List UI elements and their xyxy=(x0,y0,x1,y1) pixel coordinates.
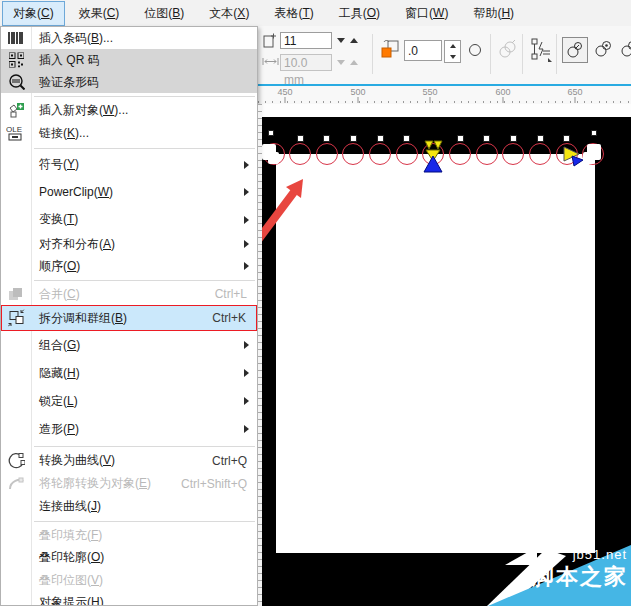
blend-steps-spin-icon[interactable] xyxy=(350,38,358,43)
toolbar-separator xyxy=(490,34,491,74)
blend-circle[interactable] xyxy=(289,143,311,165)
submenu-arrow-icon xyxy=(244,240,249,248)
menubar-item-bitmaps[interactable]: 位图(B) xyxy=(133,1,195,26)
menu-item-overprint-fill: 叠印填充(F) xyxy=(1,524,257,546)
blend-rotate-icon xyxy=(380,39,400,59)
menu-item-outline-to-object: 将轮廓转换为对象(E) Ctrl+Shift+Q xyxy=(1,472,257,495)
menu-separator xyxy=(34,280,255,281)
menu-item-join-curves[interactable]: 连接曲线(J) xyxy=(1,495,257,518)
selection-handle[interactable] xyxy=(457,135,464,142)
spin-up-icon[interactable] xyxy=(450,44,456,48)
selection-handle[interactable] xyxy=(350,135,357,142)
submenu-arrow-icon xyxy=(244,216,249,224)
menu-item-lock[interactable]: 锁定(L) xyxy=(1,387,257,415)
blend-angle-spinner[interactable] xyxy=(444,40,461,63)
ruler-label: 650 xyxy=(567,87,582,97)
blend-steps-input[interactable]: 11 xyxy=(280,32,332,49)
blend-circle[interactable] xyxy=(396,143,418,165)
straight-blend-button[interactable] xyxy=(562,37,588,63)
submenu-arrow-icon xyxy=(244,369,249,377)
submenu-arrow-icon xyxy=(244,161,249,169)
convert-curves-icon xyxy=(8,452,25,469)
combine-icon-disabled xyxy=(8,287,24,301)
document-page[interactable] xyxy=(276,154,595,553)
selection-handle[interactable] xyxy=(537,135,544,142)
blend-circle[interactable] xyxy=(556,143,578,165)
menubar-item-window[interactable]: 窗口(W) xyxy=(394,1,459,26)
selection-handle[interactable] xyxy=(268,130,274,136)
menu-item-validate-barcode[interactable]: 验证条形码 xyxy=(1,71,257,93)
blend-angle-input[interactable]: .0 xyxy=(404,40,442,61)
blend-circle[interactable] xyxy=(529,143,551,165)
menu-item-transform[interactable]: 变换(T) xyxy=(1,206,257,233)
ruler-label: 500 xyxy=(350,87,365,97)
menubar-item-effects[interactable]: 效果(C) xyxy=(68,1,131,26)
menu-item-overprint-outline[interactable]: 叠印轮廓(O) xyxy=(1,546,257,569)
menu-item-overprint-bitmap: 叠印位图(V) xyxy=(1,569,257,591)
menu-item-hide[interactable]: 隐藏(H) xyxy=(1,359,257,387)
straight-blend-icon xyxy=(566,41,584,59)
property-bar: 11 10.0 mm .0 xyxy=(258,26,631,84)
clockwise-blend-icon[interactable] xyxy=(594,40,612,58)
selection-handle[interactable] xyxy=(591,130,597,136)
menu-item-symbol[interactable]: 符号(Y) xyxy=(1,151,257,178)
menubar-item-text[interactable]: 文本(X) xyxy=(198,1,260,26)
app-window: 对象(C) 效果(C) 位图(B) 文本(X) 表格(T) 工具(O) 窗口(W… xyxy=(0,0,631,606)
qr-code-icon xyxy=(9,53,24,68)
menu-item-insert-barcode[interactable]: 插入条码(B)... xyxy=(1,27,257,49)
path-properties-icon-disabled xyxy=(498,40,518,60)
menu-item-links[interactable]: OLE 链接(K)... xyxy=(1,121,257,145)
selection-handle[interactable] xyxy=(297,135,304,142)
ruler-label: 550 xyxy=(422,87,437,97)
blend-circle[interactable] xyxy=(316,143,338,165)
menu-item-insert-qr[interactable]: 插入 QR 码 xyxy=(1,49,257,71)
blend-spacing-dropdown-icon xyxy=(337,60,345,65)
menubar-item-help[interactable]: 帮助(H) xyxy=(462,1,525,26)
submenu-arrow-icon xyxy=(244,425,249,433)
blend-spacing-input: 10.0 mm xyxy=(280,54,332,71)
object-acceleration-icon[interactable] xyxy=(530,38,552,62)
menu-item-align-distribute[interactable]: 对齐和分布(A) xyxy=(1,233,257,255)
menu-separator xyxy=(34,148,255,149)
new-object-icon xyxy=(8,102,24,118)
toolbar-separator xyxy=(522,34,523,74)
blend-circle[interactable] xyxy=(449,143,471,165)
menu-item-convert-to-curves[interactable]: 转换为曲线(V) Ctrl+Q xyxy=(1,449,257,472)
blend-start-node-inner[interactable] xyxy=(268,152,279,164)
menu-item-group[interactable]: 组合(G) xyxy=(1,331,257,359)
outline-to-object-icon-disabled xyxy=(8,476,25,492)
barcode-icon xyxy=(8,31,24,45)
selection-handle[interactable] xyxy=(483,135,490,142)
selection-handle[interactable] xyxy=(377,135,384,142)
menu-item-powerclip[interactable]: PowerClip(W) xyxy=(1,178,257,206)
menubar-item-table[interactable]: 表格(T) xyxy=(263,1,324,26)
selection-handle[interactable] xyxy=(563,135,570,142)
menu-item-object-hinting[interactable]: 对象提示(H) xyxy=(1,591,257,606)
blend-circle[interactable] xyxy=(369,143,391,165)
menu-item-combine: 合并(C) Ctrl+L xyxy=(1,283,257,305)
drawing-canvas[interactable]: jb51.net 脚本之家 xyxy=(258,104,631,606)
selection-handle[interactable] xyxy=(510,135,517,142)
spin-down-icon[interactable] xyxy=(450,55,456,59)
blend-end-node-inner[interactable] xyxy=(583,152,594,164)
submenu-arrow-icon xyxy=(244,397,249,405)
selection-handle[interactable] xyxy=(323,135,330,142)
menu-separator xyxy=(34,446,255,447)
menu-item-insert-new-object[interactable]: 插入新对象(W)... xyxy=(1,99,257,121)
blend-steps-icon xyxy=(263,33,278,48)
selection-handle[interactable] xyxy=(403,135,410,142)
menu-item-break-blend-group[interactable]: 拆分调和群组(B) Ctrl+K xyxy=(1,305,257,331)
svg-text:OLE: OLE xyxy=(6,125,22,134)
menu-item-shaping[interactable]: 造形(P) xyxy=(1,415,257,443)
counterclockwise-blend-icon[interactable] xyxy=(620,40,631,58)
blend-circle[interactable] xyxy=(476,143,498,165)
toolbar-separator xyxy=(372,34,373,74)
validate-barcode-icon xyxy=(8,74,25,90)
menubar-item-object[interactable]: 对象(C) xyxy=(2,1,65,26)
menubar-item-tools[interactable]: 工具(O) xyxy=(328,1,391,26)
loop-blend-icon[interactable] xyxy=(468,43,482,57)
menu-item-order[interactable]: 顺序(O) xyxy=(1,255,257,277)
blend-steps-dropdown-icon[interactable] xyxy=(337,38,345,43)
object-menu-panel: 插入条码(B)... 插入 QR 码 验证条形码 插入新对象(W)... OLE… xyxy=(0,26,258,606)
menu-separator xyxy=(34,521,255,522)
